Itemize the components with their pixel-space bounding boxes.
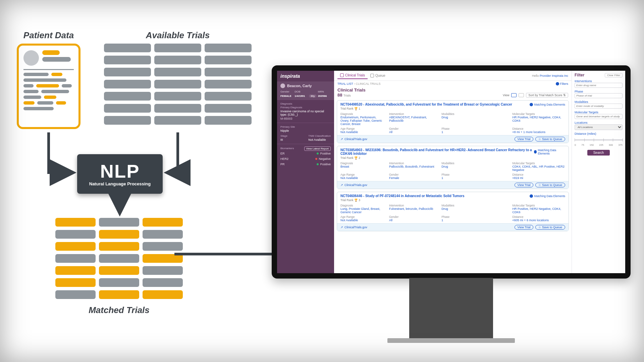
biomarker-row: HER2Negative <box>280 156 331 162</box>
matched-trials-title: Matched Trials <box>55 305 183 315</box>
clipboard-icon <box>340 73 344 77</box>
interventions-input[interactable] <box>575 83 623 88</box>
list-icon <box>370 74 374 77</box>
patient-name: Beacon, Carly <box>287 84 312 88</box>
view-latest-report-button[interactable]: View Latest Report <box>304 146 331 151</box>
avatar-icon <box>280 83 285 88</box>
nlp-acronym: NLP <box>100 162 140 181</box>
tabs: Clinical Trials Queue Hello Provider Ins… <box>334 71 572 81</box>
patient-sidebar: inspirata Beacon, Carly Gender DOB MRN F… <box>277 71 334 273</box>
trial-card: NCT03854903 - WI231696: Bosutinib, Palbo… <box>337 146 569 189</box>
view-trial-button[interactable]: View Trial <box>515 225 534 230</box>
monitor-stand <box>409 278 493 338</box>
save-to-queue-button[interactable]: ☆ Save to Queue <box>535 225 565 230</box>
view-sort-controls: View Sort by Trial Match Score ⇅ <box>503 93 568 98</box>
trial-rank: Trial Rank 🏆 1 <box>337 107 569 112</box>
filter-panel: FilterClear Filter Interventions Phase M… <box>572 71 625 273</box>
view-trial-button[interactable]: View Trial <box>515 137 534 141</box>
filters-link[interactable]: Filters <box>556 82 569 85</box>
matched-trials-icon <box>55 218 183 299</box>
external-link-icon: ↗ <box>340 226 343 229</box>
page-title: Clinical Trials <box>337 87 366 93</box>
clinicaltrials-link[interactable]: ↗ClinicalTrials.gov <box>340 137 367 141</box>
sort-arrows-icon: ⇅ <box>563 94 566 97</box>
avatar-icon <box>23 50 39 66</box>
nlp-box: NLP Natural Language Processing <box>77 154 163 194</box>
external-link-icon: ↗ <box>340 137 343 141</box>
save-to-queue-button[interactable]: ☆ Save to Queue <box>535 183 565 187</box>
save-to-queue-button[interactable]: ☆ Save to Queue <box>535 137 565 141</box>
badge-icon <box>530 103 533 106</box>
badge-icon <box>534 150 537 154</box>
nlp-expansion: Natural Language Processing <box>89 181 151 186</box>
info-icon <box>556 82 559 85</box>
trial-card: NCT04606446 - Study of PF-07248144 in Ad… <box>337 192 569 231</box>
trial-title[interactable]: NCT04498520 - Abexinostat, Palbociclib, … <box>340 103 512 106</box>
targets-input[interactable] <box>575 114 623 119</box>
trial-title[interactable]: NCT03854903 - WI231696: Bosutinib, Palbo… <box>340 148 534 156</box>
sort-select[interactable]: Sort by Trial Match Score ⇅ <box>526 93 568 98</box>
biomarker-row: PRPositive <box>280 162 331 167</box>
main-panel: Clinical Trials Queue Hello Provider Ins… <box>334 71 625 273</box>
locations-select[interactable]: All Locations <box>575 124 623 130</box>
view-list-button[interactable] <box>519 93 524 97</box>
clinicaltrials-link[interactable]: ↗ClinicalTrials.gov <box>340 183 367 187</box>
hello-text: Hello Provider Inspirata Inc <box>532 74 568 77</box>
patient-header: Beacon, Carly Gender DOB MRN FEMALE 1/4/… <box>277 81 334 100</box>
modalities-input[interactable] <box>575 104 623 109</box>
trial-rank: Trial Rank 🏆 2 <box>337 156 569 161</box>
clinicaltrials-link[interactable]: ↗ClinicalTrials.gov <box>340 226 367 229</box>
phase-input[interactable] <box>575 93 623 98</box>
matching-data-elements-link[interactable]: Matching Data Elements <box>530 194 565 198</box>
monitor-base <box>387 338 515 343</box>
trial-list: NCT04498520 - Abexinostat, Palbociclib, … <box>334 100 572 237</box>
clear-filter-button[interactable]: Clear Filter <box>605 73 623 77</box>
matching-data-elements-link[interactable]: Matching Data Elements <box>530 103 565 106</box>
screen-bezel: inspirata Beacon, Carly Gender DOB MRN F… <box>272 65 631 279</box>
tab-queue[interactable]: Queue <box>368 72 388 79</box>
available-trials-title: Available Trials <box>104 30 252 41</box>
trial-card: NCT04498520 - Abexinostat, Palbociclib, … <box>337 100 569 143</box>
badge-icon <box>530 194 533 198</box>
monitor: inspirata Beacon, Carly Gender DOB MRN F… <box>272 65 631 343</box>
external-link-icon: ↗ <box>340 183 343 187</box>
patient-data-title: Patient Data <box>17 30 80 41</box>
star-icon: ☆ <box>538 183 541 187</box>
breadcrumb: TRIAL LIST › CLINICAL TRIALS <box>337 82 381 85</box>
patient-data-icon <box>17 44 80 129</box>
brand-logo: inspirata <box>277 71 334 81</box>
view-trial-button[interactable]: View Trial <box>515 183 534 187</box>
trial-title[interactable]: NCT04606446 - Study of PF-07248144 in Ad… <box>340 194 465 198</box>
matching-data-elements-link[interactable]: Matching Data Elements <box>534 148 565 156</box>
available-trials-icon <box>104 44 252 125</box>
view-card-button[interactable] <box>511 93 517 97</box>
star-icon: ☆ <box>538 226 541 229</box>
tab-clinical-trials[interactable]: Clinical Trials <box>337 72 368 79</box>
trial-rank: Trial Rank 🏆 3 <box>337 198 569 203</box>
search-button[interactable]: Search <box>587 150 610 156</box>
star-icon: ☆ <box>538 137 541 141</box>
biomarker-row: ERPositive <box>280 151 331 156</box>
distance-slider[interactable] <box>575 137 623 143</box>
